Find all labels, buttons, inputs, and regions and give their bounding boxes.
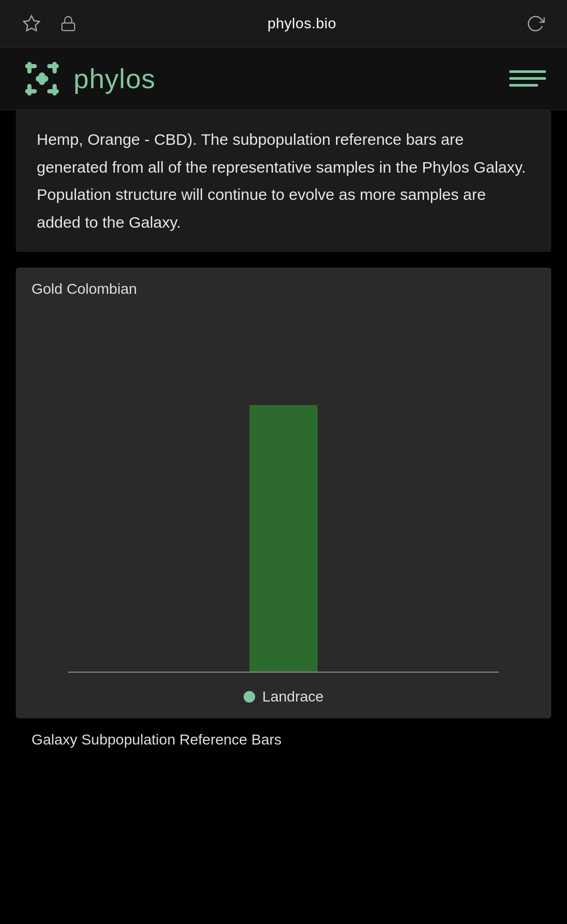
text-section: Hemp, Orange - CBD). The subpopulation r… [16,110,551,252]
svg-rect-3 [25,64,37,68]
chart-area [16,305,551,673]
hamburger-line-2 [509,77,546,80]
hamburger-line-1 [509,70,546,73]
star-icon[interactable] [21,13,42,34]
browser-bar-left [21,13,79,34]
chart-bar [249,405,318,673]
svg-marker-0 [24,16,39,31]
svg-rect-7 [25,89,37,93]
legend-dot-landrace [244,691,255,703]
svg-rect-11 [36,76,48,82]
hamburger-menu[interactable] [509,70,546,87]
bottom-label: Galaxy Subpopulation Reference Bars [16,718,551,761]
description-text: Hemp, Orange - CBD). The subpopulation r… [37,126,530,236]
hamburger-line-3 [509,84,538,87]
phylos-logo-icon [21,58,63,100]
logo-container[interactable]: phylos [21,58,155,100]
reload-icon[interactable] [525,13,546,34]
svg-rect-9 [47,89,59,93]
legend-label-landrace: Landrace [262,688,324,705]
svg-rect-1 [62,23,75,30]
nav-bar: phylos [0,47,567,110]
chart-legend: Landrace [16,673,551,718]
url-bar[interactable]: phylos.bio [267,15,336,32]
browser-bar: phylos.bio [0,0,567,47]
spacer [0,761,567,866]
main-content: Hemp, Orange - CBD). The subpopulation r… [0,110,567,866]
bar-wrapper [47,316,520,673]
chart-baseline [68,672,499,673]
lock-icon [58,13,79,34]
chart-title: Gold Colombian [16,268,551,305]
chart-container: Gold Colombian Landrace [16,268,551,718]
svg-rect-5 [47,64,59,68]
browser-bar-right [525,13,546,34]
logo-text: phylos [74,63,155,94]
